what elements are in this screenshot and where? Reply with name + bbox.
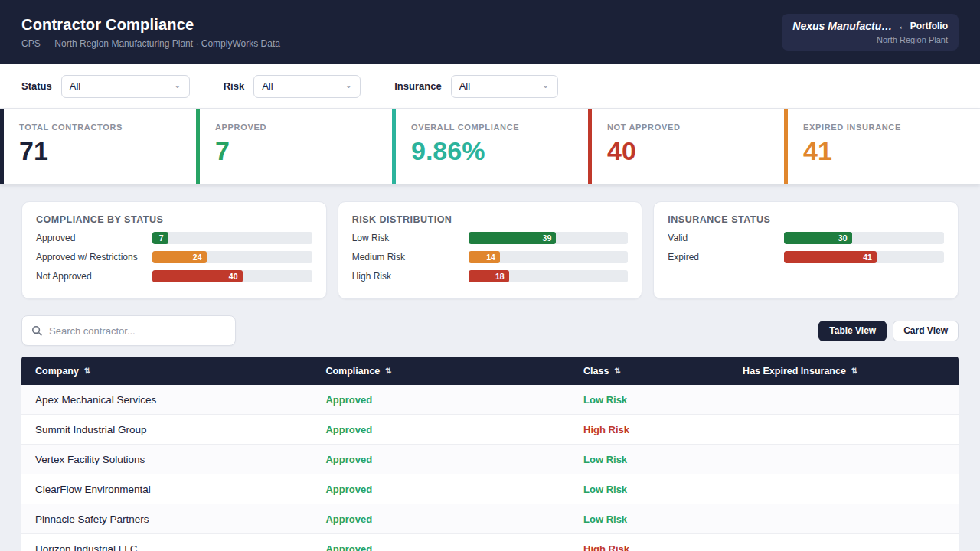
bar-fill: 7 [152, 232, 168, 244]
bar-label: Expired [668, 252, 784, 262]
status-select[interactable]: All ⌄ [61, 75, 190, 98]
bar-fill: 40 [152, 270, 243, 282]
compliance-status: Approved [325, 514, 372, 525]
bar-fill: 39 [469, 232, 557, 244]
chevron-down-icon: ⌄ [542, 80, 550, 90]
bar-fill: 14 [469, 251, 500, 263]
insurance-filter-group: Insurance All ⌄ [394, 75, 557, 98]
card-view-button[interactable]: Card View [893, 321, 959, 341]
bar-row: Expired 41 [668, 251, 944, 263]
status-filter-label: Status [21, 80, 52, 92]
bar-row: Approved 7 [36, 232, 312, 244]
page-subtitle: CPS — North Region Manufacturing Plant ·… [21, 38, 280, 49]
bar-track: 18 [469, 270, 629, 282]
insurance-cell [729, 474, 959, 504]
search-box [21, 315, 236, 346]
bar-value-label: 24 [193, 253, 202, 262]
kpi-card-not-approved: NOT APPROVED 40 [588, 109, 784, 184]
chevron-down-icon: ⌄ [174, 80, 181, 90]
org-name: Nexus Manufacturing… [792, 20, 892, 32]
column-label: Has Expired Insurance [743, 366, 846, 377]
chart-card-insurance-status: INSURANCE STATUS Valid 30 Expired 41 [653, 201, 959, 299]
column-label: Compliance [325, 366, 380, 377]
insurance-select[interactable]: All ⌄ [451, 75, 558, 98]
company-cell: Vertex Facility Solutions [21, 445, 312, 474]
bar-value-label: 39 [543, 233, 552, 243]
class-cell: Low Risk [570, 474, 729, 504]
bar-row: Approved w/ Restrictions 24 [36, 251, 312, 263]
contractor-table: Company ⇅ Compliance ⇅ Class ⇅ Has Expir… [21, 357, 959, 551]
search-input[interactable] [49, 325, 226, 337]
table-row[interactable]: Apex Mechanical Services Approved Low Ri… [21, 385, 959, 415]
insurance-cell [729, 445, 959, 474]
bar-label: Medium Risk [352, 252, 469, 262]
column-header-has-expired-insurance[interactable]: Has Expired Insurance ⇅ [729, 357, 959, 385]
risk-label: Low Risk [583, 484, 627, 495]
bar-track: 39 [469, 232, 629, 244]
class-cell: High Risk [570, 534, 729, 551]
column-header-company[interactable]: Company ⇅ [21, 357, 312, 385]
table-row[interactable]: Summit Industrial Group Approved High Ri… [21, 415, 959, 445]
column-header-class[interactable]: Class ⇅ [570, 357, 729, 385]
bar-row: Low Risk 39 [352, 232, 629, 244]
filter-bar: Status All ⌄ Risk All ⌄ Insurance All ⌄ [0, 64, 980, 109]
chart-card-risk-distribution: RISK DISTRIBUTION Low Risk 39 Medium Ris… [338, 201, 643, 299]
compliance-cell: Approved [312, 415, 570, 444]
compliance-cell: Approved [312, 504, 570, 533]
kpi-value: 7 [215, 138, 377, 164]
kpi-card-expired-insurance: EXPIRED INSURANCE 41 [784, 109, 980, 184]
sort-icon: ⇅ [385, 367, 391, 375]
bar-label: Valid [668, 233, 784, 243]
class-cell: High Risk [570, 415, 729, 444]
risk-label: Low Risk [583, 454, 627, 465]
plant-name: North Region Plant [792, 35, 948, 44]
bar-value-label: 14 [486, 253, 495, 262]
compliance-cell: Approved [312, 474, 570, 504]
kpi-value: 41 [803, 138, 965, 164]
bar-track: 40 [152, 270, 312, 282]
risk-select[interactable]: All ⌄ [253, 75, 361, 98]
table-row[interactable]: ClearFlow Environmental Approved Low Ris… [21, 474, 959, 504]
bar-track: 30 [784, 232, 944, 244]
charts-row: COMPLIANCE BY STATUS Approved 7 Approved… [21, 201, 959, 299]
bar-fill: 24 [152, 251, 207, 263]
bar-label: Approved w/ Restrictions [36, 252, 152, 262]
table-row[interactable]: Horizon Industrial LLC Approved High Ris… [21, 534, 959, 551]
table-row[interactable]: Pinnacle Safety Partners Approved Low Ri… [21, 504, 959, 534]
bar-track: 7 [152, 232, 312, 244]
column-header-compliance[interactable]: Compliance ⇅ [312, 357, 570, 385]
kpi-label: APPROVED [215, 122, 377, 132]
sort-icon: ⇅ [851, 367, 858, 375]
bar-row: Medium Risk 14 [352, 251, 629, 263]
bar-track: 14 [469, 251, 629, 263]
header-titles: Contractor Compliance CPS — North Region… [21, 16, 280, 49]
insurance-cell [729, 415, 959, 444]
insurance-cell [729, 504, 959, 533]
compliance-status: Approved [325, 424, 372, 435]
org-card: Nexus Manufacturing… ← Portfolio North R… [782, 14, 959, 51]
company-cell: Summit Industrial Group [21, 415, 312, 444]
kpi-value: 9.86% [411, 138, 573, 164]
portfolio-link[interactable]: ← Portfolio [898, 21, 948, 31]
table-view-button[interactable]: Table View [818, 321, 887, 341]
risk-label: Low Risk [583, 394, 627, 406]
kpi-label: TOTAL CONTRACTORS [19, 122, 181, 132]
bar-value-label: 40 [229, 272, 238, 281]
table-row[interactable]: Vertex Facility Solutions Approved Low R… [21, 445, 959, 474]
kpi-value: 71 [19, 138, 181, 164]
risk-select-value: All [262, 80, 273, 92]
compliance-cell: Approved [312, 385, 570, 414]
bar-label: Low Risk [352, 233, 469, 243]
chart-title: INSURANCE STATUS [668, 214, 944, 225]
compliance-cell: Approved [312, 534, 570, 551]
kpi-label: NOT APPROVED [607, 122, 769, 132]
insurance-cell [729, 385, 959, 414]
kpi-label: OVERALL COMPLIANCE [411, 122, 573, 132]
bar-value-label: 30 [838, 233, 848, 243]
compliance-status: Approved [325, 543, 372, 551]
company-cell: Apex Mechanical Services [21, 385, 312, 414]
app-header: Contractor Compliance CPS — North Region… [0, 0, 980, 64]
compliance-cell: Approved [312, 445, 570, 474]
risk-label: High Risk [583, 424, 629, 435]
sort-icon: ⇅ [84, 367, 90, 375]
